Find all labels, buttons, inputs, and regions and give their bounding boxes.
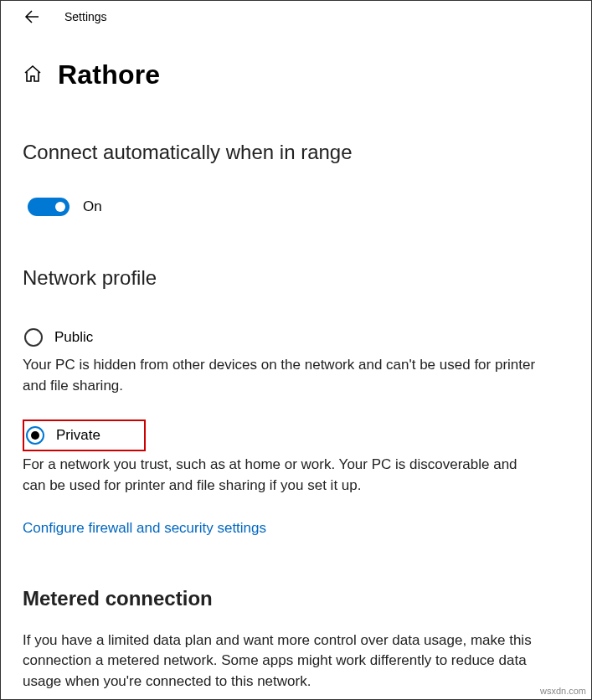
toggle-state-label: On: [83, 198, 102, 215]
content: Rathore Connect automatically when in ra…: [1, 36, 591, 692]
auto-connect-toggle-row: On: [28, 198, 569, 216]
page-header: Rathore: [23, 59, 569, 90]
auto-connect-toggle[interactable]: [28, 198, 69, 216]
profile-option-private: Private: [23, 419, 569, 451]
metered-heading: Metered connection: [23, 587, 569, 610]
private-radio[interactable]: [26, 426, 44, 445]
public-radio[interactable]: [24, 328, 43, 347]
public-label: Public: [54, 329, 93, 346]
profile-option-public: Public: [23, 323, 569, 352]
arrow-left-icon: [24, 9, 39, 24]
firewall-settings-link[interactable]: Configure firewall and security settings: [23, 520, 266, 537]
home-icon: [23, 64, 43, 87]
metered-description: If you have a limited data plan and want…: [23, 631, 542, 692]
app-title: Settings: [64, 10, 107, 23]
back-button[interactable]: [24, 9, 39, 24]
private-radio-row[interactable]: Private: [23, 419, 146, 451]
private-description: For a network you trust, such as at home…: [23, 455, 542, 496]
public-description: Your PC is hidden from other devices on …: [23, 355, 542, 396]
titlebar: Settings: [1, 1, 591, 36]
network-profile-heading: Network profile: [23, 266, 569, 290]
public-radio-row[interactable]: Public: [23, 323, 569, 352]
private-label: Private: [56, 427, 100, 444]
watermark: wsxdn.com: [540, 686, 586, 696]
connect-heading: Connect automatically when in range: [23, 141, 569, 164]
page-title: Rathore: [58, 59, 160, 90]
